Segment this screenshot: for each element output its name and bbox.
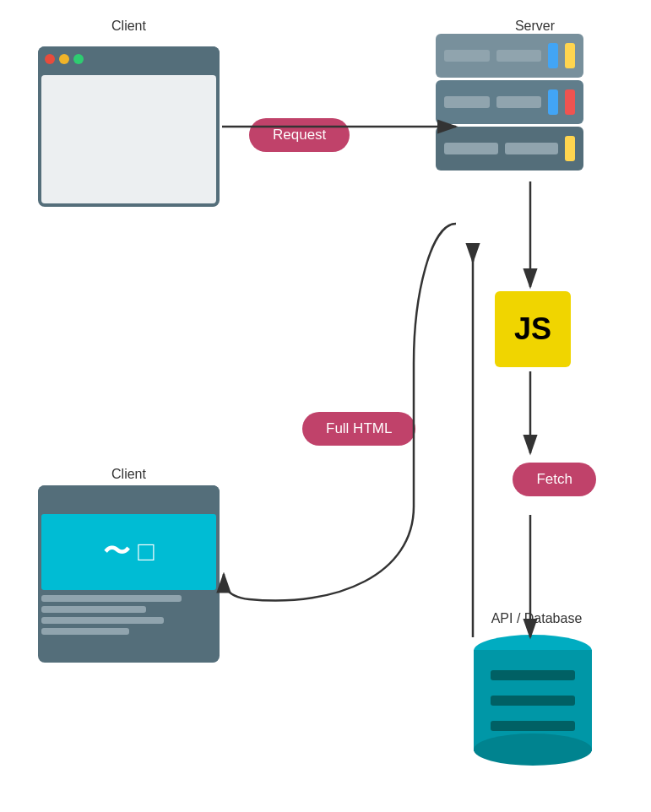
dot-green: [73, 54, 84, 64]
server-rack: [436, 34, 583, 171]
line-bar: [41, 606, 146, 613]
line-bar: [41, 628, 129, 635]
client-browser-top: [38, 46, 220, 207]
js-badge: JS: [495, 291, 571, 367]
indicator-blue: [548, 43, 558, 68]
dot-yellow: [59, 54, 69, 64]
server-label: Server: [461, 19, 609, 34]
server-slot: [444, 96, 490, 108]
dot-red: [45, 54, 55, 64]
db-bottom-cap: [474, 734, 592, 766]
chart-symbol: 〜 □: [103, 533, 154, 571]
browser-lines: [38, 592, 220, 638]
browser-screen: 〜 □: [41, 514, 216, 590]
client-browser-bottom: 〜 □: [38, 485, 220, 663]
indicator-yellow: [565, 136, 575, 161]
db-line: [491, 721, 575, 731]
db-line: [491, 670, 575, 680]
line-bar: [41, 617, 164, 624]
full-html-button[interactable]: Full HTML: [302, 412, 415, 446]
client-bottom-label: Client: [38, 467, 220, 482]
browser-title-bar-bottom: [38, 485, 220, 511]
server-unit-3: [436, 127, 583, 171]
server-slot: [496, 50, 542, 62]
server-unit-2: [436, 80, 583, 124]
fetch-button[interactable]: Fetch: [513, 463, 596, 496]
server-slot: [496, 96, 542, 108]
indicator-red: [565, 89, 575, 115]
indicator-blue: [548, 89, 558, 115]
browser-title-bar: [38, 46, 220, 72]
db-line: [491, 696, 575, 706]
browser-content-area: [41, 75, 216, 203]
database-icon: [474, 635, 592, 766]
js-text: JS: [514, 311, 551, 347]
server-slot: [444, 50, 490, 62]
server-unit-1: [436, 34, 583, 78]
server-slot: [505, 143, 559, 154]
server-slot: [444, 143, 498, 154]
client-top-label: Client: [38, 19, 220, 34]
line-bar: [41, 595, 182, 602]
diagram-container: Client Server Request: [0, 0, 651, 812]
api-database-label: API / Database: [463, 611, 610, 626]
request-button[interactable]: Request: [249, 118, 350, 152]
indicator-yellow: [565, 43, 575, 68]
